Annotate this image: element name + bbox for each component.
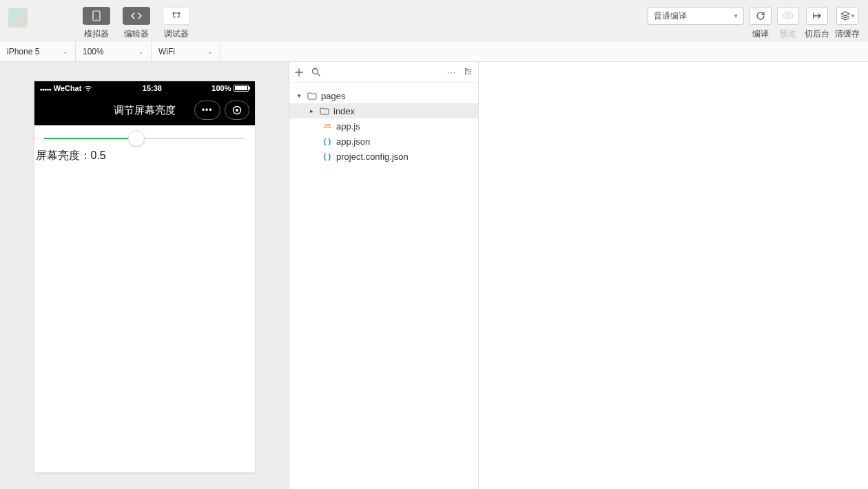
capsule-menu-button[interactable] [194,101,220,120]
simulator-tool-label: 模拟器 [84,28,109,40]
editor-tool-label: 编辑器 [124,28,149,40]
new-file-button[interactable] [295,68,303,76]
tree-file-label: project.config.json [336,152,409,162]
eye-icon [783,12,794,20]
debugger-tool[interactable]: 调试器 [163,7,190,40]
battery-icon [234,85,249,92]
background-label: 切后台 [805,28,829,40]
svg-point-4 [787,14,789,17]
compile-label: 编译 [752,28,769,40]
chevron-down-icon: ▾ [734,12,738,19]
wifi-icon [84,85,92,92]
svg-point-1 [96,19,97,20]
preview-label: 预览 [780,28,796,40]
clear-cache-button[interactable]: ▾ [836,7,858,25]
debugger-tool-label: 调试器 [164,28,189,40]
tree-file-project-config[interactable]: { } project.config.json [289,149,478,164]
main-area: WeChat 15:38 100% 调节屏幕亮度 [0,62,868,489]
zoom-select-value: 100% [83,47,104,56]
tree-folder-index[interactable]: ▸ index [289,103,478,118]
background-icon [812,12,822,20]
signal-icon [40,84,51,92]
nav-title: 调节屏幕亮度 [114,104,176,117]
network-select[interactable]: WiFi ⌄ [152,41,220,61]
collapse-icon [464,67,473,76]
file-tree-pane: ··· ▾ pages ▸ index [289,62,479,489]
layers-icon [840,11,850,21]
clear-cache-label: 清缓存 [835,28,860,40]
simulator-tool[interactable]: 模拟器 [83,7,110,40]
brightness-value: 0.5 [91,149,106,161]
phone-navbar: 调节屏幕亮度 [34,95,255,125]
collapse-tree-button[interactable] [464,67,473,77]
tree-file-app-js[interactable]: JS app.js [289,118,478,134]
top-toolbar: 模拟器 编辑器 调试器 普通编译 ▾ 编译 [0,0,868,41]
tree-folder-pages-label: pages [321,91,345,101]
tree-more-button[interactable]: ··· [447,67,456,77]
compile-mode-label: 普通编译 [654,10,687,22]
search-icon [311,67,320,76]
json-file-icon: { } [322,153,332,160]
svg-point-8 [313,69,318,74]
phone-statusbar: WeChat 15:38 100% [34,81,255,95]
tree-file-label: app.js [336,121,360,132]
zoom-select[interactable]: 100% ⌄ [76,41,152,61]
battery-percent: 100% [211,84,231,92]
chevron-down-icon: ⌄ [138,48,144,55]
caret-down-icon: ▾ [298,92,303,99]
compile-mode-select[interactable]: 普通编译 ▾ [648,7,744,25]
brightness-label: 屏幕亮度： [36,149,91,161]
background-button[interactable] [806,7,828,25]
phone-frame: WeChat 15:38 100% 调节屏幕亮度 [34,81,255,472]
top-right-cluster: 普通编译 ▾ 编译 预览 切后台 ▾ 清缓存 [648,7,860,40]
network-select-value: WiFi [158,47,175,56]
editor-tool[interactable]: 编辑器 [123,7,150,40]
simulator-pane: WeChat 15:38 100% 调节屏幕亮度 [0,62,289,489]
tree-file-app-json[interactable]: { } app.json [289,134,478,149]
folder-icon [320,107,329,115]
js-file-icon: JS [322,123,332,129]
brightness-readout: 屏幕亮度：0.5 [34,145,255,167]
slider-fill [44,138,136,139]
brightness-slider[interactable] [44,138,245,139]
folder-open-icon [307,92,317,100]
caret-right-icon: ▸ [310,107,316,114]
statusbar-time: 15:38 [143,84,162,92]
slider-thumb[interactable] [128,130,145,147]
json-file-icon: { } [322,138,332,145]
capsule-close-button[interactable] [225,101,249,120]
tree-toolbar: ··· [289,62,478,83]
chevron-down-icon: ⌄ [207,48,213,55]
debug-icon [163,7,190,25]
avatar[interactable] [8,8,28,28]
tree-folder-pages[interactable]: ▾ pages [289,88,478,103]
chevron-down-icon: ⌄ [63,48,68,55]
refresh-icon [756,11,765,21]
compile-button[interactable] [750,7,772,25]
svg-point-7 [236,109,238,112]
svg-point-5 [88,90,89,91]
device-select-value: iPhone 5 [7,47,39,56]
tree-folder-index-label: index [333,106,355,116]
mode-tool-group: 模拟器 编辑器 调试器 [83,7,190,40]
file-tree: ▾ pages ▸ index JS app.js { } app.json [289,83,478,169]
device-select[interactable]: iPhone 5 ⌄ [0,41,76,61]
preview-button[interactable] [777,7,799,25]
tree-file-label: app.json [336,136,370,147]
device-icon [83,7,110,25]
brightness-slider-area [34,125,255,145]
carrier-label: WeChat [54,84,82,92]
code-icon [123,7,150,25]
chevron-down-icon: ▾ [851,12,855,19]
simulator-options-bar: iPhone 5 ⌄ 100% ⌄ WiFi ⌄ [0,41,868,62]
search-button[interactable] [311,67,320,76]
editor-pane [479,62,868,489]
plus-icon [295,68,303,76]
